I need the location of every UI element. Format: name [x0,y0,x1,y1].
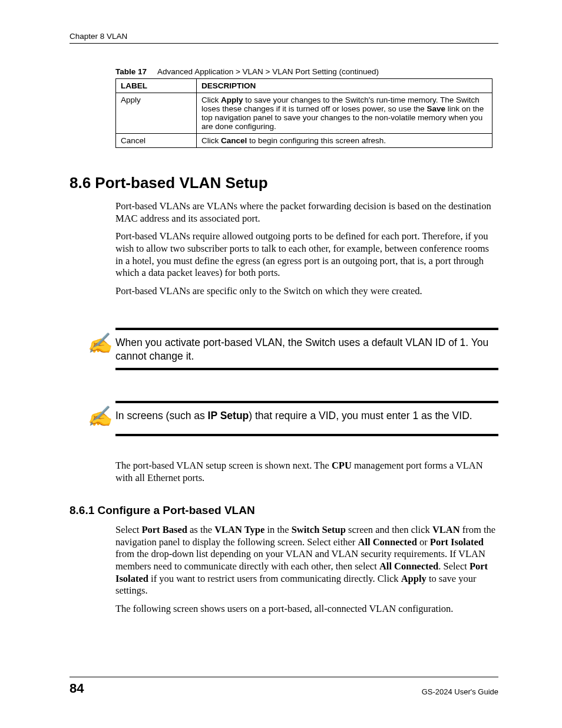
note-rule-bottom [115,434,498,436]
note-icon: ✍ [87,334,115,354]
note-rule-top [115,328,498,330]
body-paragraph: The port-based VLAN setup screen is show… [115,460,498,484]
chapter-label: Chapter 8 VLAN [70,32,127,41]
note-block: ✍ In screens (such as IP Setup) that req… [87,401,498,436]
note-text: When you activate port-based VLAN, the S… [115,336,498,363]
table-number: Table 17 [115,67,147,76]
note-row: ✍ When you activate port-based VLAN, the… [87,336,498,363]
subsection-heading: 8.6.1 Configure a Port-based VLAN [70,504,498,517]
body-paragraph: Port-based VLANs require allowed outgoin… [115,230,498,279]
note-row: ✍ In screens (such as IP Setup) that req… [87,409,498,429]
cell-label: Apply [116,93,197,134]
col-header-label: LABEL [116,79,197,93]
table-title: Advanced Application > VLAN > VLAN Port … [157,67,379,76]
note-text: In screens (such as IP Setup) that requi… [115,409,498,423]
table-header-row: LABEL DESCRIPTION [116,79,492,93]
cell-label: Cancel [116,134,197,148]
table-row: Apply Click Apply to save your changes t… [116,93,492,134]
note-icon: ✍ [87,407,115,427]
guide-title: GS-2024 User's Guide [422,687,498,696]
note-rule-top [115,401,498,403]
table-caption: Table 17 Advanced Application > VLAN > V… [115,67,498,76]
note-rule-bottom [115,368,498,370]
page-header: Chapter 8 VLAN [70,32,498,44]
note-block: ✍ When you activate port-based VLAN, the… [87,328,498,370]
table-row: Cancel Click Cancel to begin configuring… [116,134,492,148]
page-footer: 84 GS-2024 User's Guide [70,677,498,696]
cell-description: Click Cancel to begin configuring this s… [197,134,492,148]
body-paragraph: The following screen shows users on a po… [115,603,498,615]
section-heading: 8.6 Port-based VLAN Setup [70,174,498,192]
body-paragraph: Port-based VLANs are specific only to th… [115,285,498,298]
body-paragraph: Select Port Based as the VLAN Type in th… [115,524,498,597]
reference-table: LABEL DESCRIPTION Apply Click Apply to s… [115,78,492,148]
body-paragraph: Port-based VLANs are VLANs where the pac… [115,200,498,225]
cell-description: Click Apply to save your changes to the … [197,93,492,134]
col-header-description: DESCRIPTION [197,79,492,93]
page: Chapter 8 VLAN Table 17 Advanced Applica… [0,0,562,728]
page-number: 84 [70,681,84,696]
